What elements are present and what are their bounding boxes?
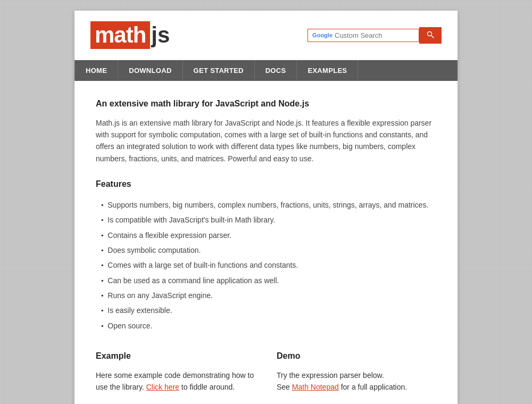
feature-item: Can be used as a command line applicatio… xyxy=(101,273,436,288)
features-section: Features Supports numbers, big numbers, … xyxy=(96,177,436,333)
logo-container: math js xyxy=(90,21,170,49)
search-container: Google xyxy=(307,27,442,44)
nav-item-examples[interactable]: EXAMPLES xyxy=(297,60,358,81)
feature-item: Runs on any JavaScript engine. xyxy=(101,288,436,303)
search-input[interactable] xyxy=(335,31,414,39)
feature-item: Supports numbers, big numbers, complex n… xyxy=(101,197,436,212)
feature-item: Open source. xyxy=(101,318,436,333)
feature-item: Is compatible with JavaScript's built-in… xyxy=(101,212,436,227)
demo-text2: See Math Notepad for a full application. xyxy=(277,381,436,393)
feature-item: Comes with a large set of built-in funct… xyxy=(101,258,436,273)
demo-section: Demo Try the expression parser below. Se… xyxy=(277,349,436,393)
features-title: Features xyxy=(96,177,436,191)
feature-item: Does symbolic computation. xyxy=(101,243,436,258)
logo-math: math xyxy=(90,21,150,49)
feature-item: Is easily extensible. xyxy=(101,303,436,318)
features-list: Supports numbers, big numbers, complex n… xyxy=(101,197,436,334)
nav-spacer xyxy=(358,60,458,81)
example-section: Example Here some example code demonstra… xyxy=(96,349,255,393)
svg-line-1 xyxy=(431,35,434,38)
header: math js Google xyxy=(74,11,458,60)
search-icon xyxy=(427,31,434,38)
google-label: Google xyxy=(312,32,332,38)
search-input-wrapper: Google xyxy=(307,29,419,42)
logo-js: js xyxy=(151,22,170,48)
click-here-link[interactable]: Click here xyxy=(146,383,179,391)
demo-title: Demo xyxy=(277,349,436,363)
nav-item-get-started[interactable]: GET STARTED xyxy=(183,60,255,81)
page-wrapper: math js Google HOME DOWNLOAD GET STARTED… xyxy=(74,11,458,404)
intro-title: An extensive math library for JavaScript… xyxy=(96,97,436,111)
nav-item-download[interactable]: DOWNLOAD xyxy=(118,60,182,81)
navigation: HOME DOWNLOAD GET STARTED DOCS EXAMPLES xyxy=(74,60,458,81)
nav-item-docs[interactable]: DOCS xyxy=(255,60,297,81)
math-notepad-link[interactable]: Math Notepad xyxy=(292,383,339,391)
intro-text: Math.js is an extensive math library for… xyxy=(96,117,436,165)
search-button[interactable] xyxy=(419,27,442,44)
main-content: An extensive math library for JavaScript… xyxy=(74,81,458,404)
demo-text1: Try the expression parser below. xyxy=(277,369,436,381)
example-text: Here some example code demonstrating how… xyxy=(96,369,255,393)
feature-item: Contains a flexible expression parser. xyxy=(101,228,436,243)
example-text-after: to fiddle around. xyxy=(181,383,235,391)
nav-item-home[interactable]: HOME xyxy=(74,60,118,81)
demo-text2-before: See xyxy=(277,383,290,391)
example-title: Example xyxy=(96,349,255,363)
demo-text2-after: for a full application. xyxy=(341,383,408,391)
bottom-sections: Example Here some example code demonstra… xyxy=(96,349,436,393)
